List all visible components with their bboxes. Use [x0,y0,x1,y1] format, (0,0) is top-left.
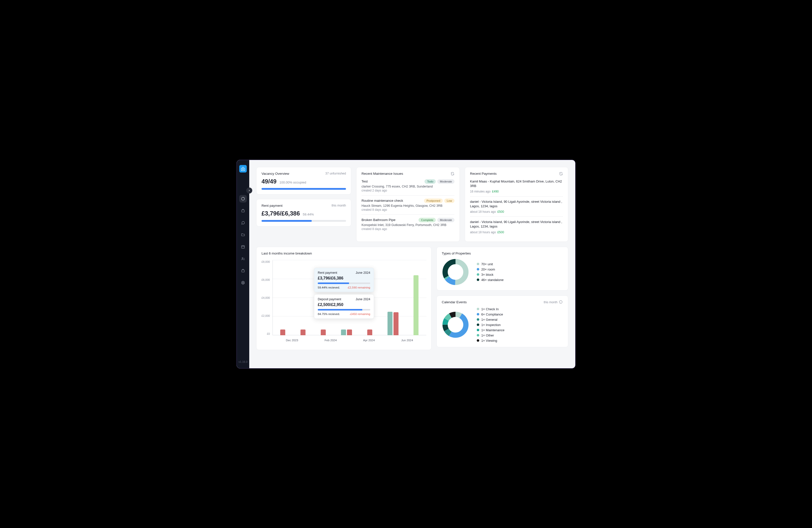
legend-item: 70× unit [477,262,504,266]
priority-badge: Low [444,199,454,203]
svg-point-6 [243,282,244,283]
version-label: v1.16.0 [238,360,247,363]
x-tick-label: Apr 2024 [363,339,375,342]
nav-properties[interactable] [239,207,247,215]
nav-dashboard[interactable] [239,195,247,203]
nav-contacts[interactable] [239,255,247,263]
payment-amount: £500 [497,210,504,214]
income-chart-card: Last 6 months income breakdown £8,000£6,… [256,247,432,350]
sidebar-expand-button[interactable] [246,188,252,193]
nav-files[interactable] [239,231,247,238]
vacancy-occupied: 100.00% occupied [279,180,306,184]
rent-progress [261,220,346,222]
legend-item: 1× Other [477,334,505,337]
bar-group[interactable] [321,329,326,335]
payment-description: daniel - Victoria Island, 90 Ligali Ayor… [470,220,563,229]
maintenance-item-created: created 2 days ago [362,189,454,192]
payments-card: Recent Payments Kamil Maas - Kuphal Moun… [465,167,568,242]
tooltip-received: 59.44% recieved. [318,286,340,289]
svg-point-0 [243,168,244,170]
bar-group[interactable] [367,329,372,335]
maintenance-item-title: Broken Bathroom Pipe [362,218,395,222]
tooltip-amount: £3,796/£6,386 [318,276,370,280]
vacancy-unfurnished: 37 unfurnished [325,172,346,175]
legend-item: 1× Maintenance [477,328,505,332]
nav-calendar[interactable] [239,243,247,250]
legend-text: 70× unit [481,262,493,266]
legend-item: 46× standalone [477,278,504,282]
legend-text: 1× Other [481,334,494,337]
maintenance-item-title: Test [362,179,368,183]
legend-dot-icon [477,313,479,316]
maintenance-item-created: created 8 days ago [362,208,454,211]
legend-dot-icon [477,308,479,310]
x-tick-label: Jun 2024 [401,339,413,342]
calendar-period: this month [544,300,557,304]
legend-text: 46× standalone [481,278,504,282]
payment-item[interactable]: daniel - Victoria Island, 90 Ligali Ayor… [470,217,563,237]
main-content: Vacancy Overview 37 unfurnished 49/49 10… [249,160,575,368]
x-tick-label: Dec 2023 [286,339,298,342]
legend-item: 6× Compliance [477,312,505,316]
tooltip-received: 84.75% recieved. [318,312,340,316]
maintenance-card: Recent Maintenance Issues TestTodoModera… [356,167,460,242]
legend-dot-icon [477,268,479,270]
nav-settings[interactable] [239,279,247,287]
app-logo-icon[interactable] [239,165,247,173]
nav-tasks[interactable] [239,267,247,275]
payment-amount: £490 [492,190,499,193]
calendar-title: Calendar Events [442,300,467,304]
bar-group[interactable] [280,329,285,335]
payment-description: daniel - Victoria Island, 90 Ligali Ayor… [470,200,563,208]
vacancy-stat: 49/49 [261,178,276,185]
legend-dot-icon [477,323,479,326]
maintenance-item[interactable]: Routine maintenance checkPostponedLowHau… [362,195,454,215]
bar-group[interactable] [388,312,398,335]
priority-badge: Moderate [437,179,454,184]
nav-messages[interactable] [239,219,247,226]
chart-title: Last 6 months income breakdown [261,251,312,255]
svg-rect-2 [242,210,245,212]
payment-time: about 18 hours ago [470,231,496,234]
chart-tooltip: Deposit paymentJune 2024£2,500/£2,95084.… [314,294,374,319]
payment-item[interactable]: Kamil Maas - Kuphal Mountain, 624 Smitha… [470,178,563,196]
maintenance-item-title: Routine maintenance check [362,199,403,203]
maintenance-item-location: clarker Crossing, 775 essex, CH2 3RB, Su… [362,185,454,188]
maintenance-item[interactable]: TestTodoModerateclarker Crossing, 775 es… [362,178,454,195]
property-types-title: Types of Properties [442,251,471,255]
tooltip-period: June 2024 [356,271,370,275]
rent-pct: 59.44% [303,212,314,216]
rent-period: this month [332,204,346,207]
maintenance-item[interactable]: Broken Bathroom PipeCompleteModerateKono… [362,215,454,234]
status-badge: Todo [424,179,436,184]
legend-dot-icon [477,273,479,276]
sidebar: v1.16.0 [237,160,249,368]
svg-rect-5 [242,270,245,272]
payments-title: Recent Payments [470,172,497,176]
legend-item: 1× Viewing [477,339,505,342]
legend-item: 20× room [477,267,504,271]
payment-amount: £500 [497,231,504,234]
bar-group[interactable] [414,275,419,335]
vacancy-card: Vacancy Overview 37 unfurnished 49/49 10… [256,167,351,194]
bar-group[interactable] [341,329,352,335]
legend-item: 3× block [477,273,504,277]
legend-text: 1× Viewing [481,339,497,342]
tooltip-label: Deposit payment [318,297,341,301]
payment-item[interactable]: daniel - Victoria Island, 90 Ligali Ayor… [470,196,563,217]
legend-text: 1× General [481,318,497,322]
info-icon[interactable] [559,300,563,304]
svg-point-4 [242,258,243,259]
bar-group[interactable] [301,329,305,335]
status-badge: Postponed [424,199,443,203]
payment-time: about 18 hours ago [470,210,496,214]
legend-dot-icon [477,279,479,281]
legend-text: 3× block [481,273,493,277]
refresh-icon[interactable] [450,172,454,176]
refresh-icon[interactable] [559,172,563,176]
rent-title: Rent payment [261,204,282,207]
chart-tooltip: Rent paymentJune 2024£3,796/£6,38659.44%… [314,268,374,292]
vacancy-progress [261,188,346,190]
tooltip-label: Rent payment [318,271,337,275]
payment-time: 16 minutes ago [470,190,491,193]
